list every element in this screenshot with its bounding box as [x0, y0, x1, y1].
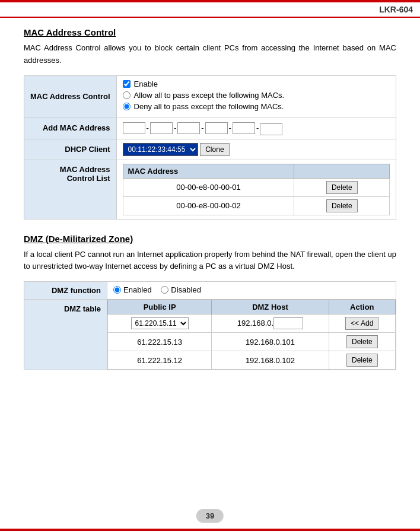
- dmz-table-value-cell: Public IP DMZ Host Action 61.220.15.11: [107, 300, 396, 370]
- table-row: 61.222.15.12 192.168.0.102 Delete: [108, 351, 396, 370]
- mac-sep-3: -: [201, 123, 203, 132]
- dmz-add-row: 61.220.15.11 192.168.0. << Add: [108, 314, 396, 333]
- add-mac-value-cell: - - - - -: [116, 117, 396, 139]
- dhcp-label-cell: DHCP Client: [24, 139, 117, 160]
- dmz-host-input[interactable]: [273, 317, 303, 329]
- mac-action-header: [294, 164, 390, 178]
- table-row: 61.222.15.13 192.168.0.101 Delete: [108, 333, 396, 351]
- mac-section-title: MAC Address Control: [24, 27, 396, 37]
- enable-checkbox[interactable]: [123, 80, 131, 88]
- dmz-host-cell: 192.168.0.102: [212, 351, 329, 370]
- dhcp-value-cell: 00:11:22:33:44:55 Clone: [116, 139, 396, 160]
- add-button[interactable]: << Add: [345, 317, 378, 330]
- dmz-function-label: DMZ function: [52, 286, 101, 295]
- allow-row: Allow all to pass except the following M…: [123, 91, 390, 100]
- mac-list-label: MAC AddressControl List: [60, 165, 110, 183]
- mac-field-2[interactable]: [150, 122, 173, 134]
- allow-radio[interactable]: [123, 91, 131, 99]
- action-col-header: Action: [329, 300, 395, 314]
- delete-button[interactable]: Delete: [326, 199, 358, 212]
- dmz-table-label: DMZ table: [64, 304, 101, 313]
- mac-field-3[interactable]: [177, 122, 200, 134]
- dmz-section-desc: If a local client PC cannot run an Inter…: [24, 249, 396, 274]
- public-ip-col-header: Public IP: [108, 300, 212, 314]
- dmz-control-table: DMZ function Enabled Disabled DMZ table: [24, 281, 396, 370]
- deny-row: Deny all to pass except the following MA…: [123, 102, 390, 111]
- delete-cell: Delete: [329, 333, 395, 351]
- dmz-function-value-cell: Enabled Disabled: [107, 282, 396, 300]
- mac-field-4[interactable]: [205, 122, 228, 134]
- delete-cell: Delete: [294, 178, 390, 196]
- mac-section-desc: MAC Address Control allows you to block …: [24, 42, 396, 67]
- delete-cell: Delete: [294, 196, 390, 215]
- dmz-host-input-cell: 192.168.0.: [212, 314, 329, 333]
- dmz-enabled-label: Enabled: [123, 285, 152, 294]
- dmz-section: DMZ (De-Militarized Zone) If a local cli…: [24, 234, 396, 371]
- page-number: 39: [196, 509, 224, 523]
- mac-control-table: MAC Address Control Enable Allow all to …: [24, 75, 396, 220]
- delete-button[interactable]: Delete: [346, 354, 378, 367]
- allow-label: Allow all to pass except the following M…: [134, 91, 285, 100]
- public-ip-select[interactable]: 61.220.15.11: [131, 317, 189, 329]
- dmz-host-prefix: 192.168.0.: [237, 319, 273, 327]
- mac-field-1[interactable]: [123, 122, 145, 134]
- delete-cell: Delete: [329, 351, 395, 370]
- public-ip-cell: 61.222.15.12: [108, 351, 212, 370]
- mac-input-group: - - - - -: [123, 121, 390, 135]
- enable-label: Enable: [134, 80, 158, 88]
- dmz-host-cell: 192.168.0.101: [212, 333, 329, 351]
- mac-sep-2: -: [174, 123, 176, 132]
- dhcp-label: DHCP Client: [65, 145, 110, 154]
- dmz-disabled-label: Disabled: [171, 285, 201, 294]
- deny-radio[interactable]: [123, 103, 131, 110]
- mac-sep-4: -: [229, 123, 231, 132]
- add-mac-label: Add MAC Address: [43, 123, 110, 132]
- dmz-table-body: 61.222.15.13 192.168.0.101 Delete 61.222…: [108, 333, 396, 370]
- delete-button[interactable]: Delete: [346, 335, 378, 348]
- mac-field-6[interactable]: [260, 123, 282, 135]
- bottom-red-bar: [0, 529, 420, 531]
- delete-button[interactable]: Delete: [326, 181, 358, 194]
- main-content: MAC Address Control MAC Address Control …: [0, 18, 420, 394]
- mac-col-header: MAC Address: [123, 164, 294, 178]
- public-ip-cell: 61.222.15.13: [108, 333, 212, 351]
- mac-control-label: MAC Address Control: [30, 92, 110, 101]
- dmz-host-col-header: DMZ Host: [212, 300, 329, 314]
- dmz-table-label-cell: DMZ table: [24, 300, 107, 370]
- table-row: 00-00-e8-00-00-02 Delete: [123, 196, 389, 215]
- dmz-disabled-radio[interactable]: [161, 286, 168, 294]
- mac-list-value-cell: MAC Address 00-00-e8-00-00-01 Delete 00-…: [116, 160, 396, 219]
- dmz-list-table: Public IP DMZ Host Action 61.220.15.11: [107, 300, 396, 370]
- mac-address-cell: 00-00-e8-00-00-01: [123, 178, 294, 196]
- mac-address-list-table: MAC Address 00-00-e8-00-00-01 Delete 00-…: [123, 164, 390, 215]
- mac-control-label-cell: MAC Address Control: [24, 75, 117, 117]
- page-title: LKR-604: [379, 5, 413, 14]
- mac-field-5[interactable]: [233, 122, 255, 134]
- deny-label: Deny all to pass except the following MA…: [134, 102, 284, 111]
- dmz-section-title: DMZ (De-Militarized Zone): [24, 234, 396, 244]
- clone-button[interactable]: Clone: [200, 143, 229, 156]
- mac-section: MAC Address Control MAC Address Control …: [24, 27, 396, 220]
- title-bar: LKR-604: [0, 2, 420, 18]
- table-row: 61.220.15.11 192.168.0. << Add: [108, 314, 396, 333]
- enable-row: Enable: [123, 80, 390, 88]
- mac-list-label-cell: MAC AddressControl List: [24, 160, 117, 219]
- mac-sep-5: -: [256, 123, 259, 132]
- public-ip-cell: 61.220.15.11: [108, 314, 212, 333]
- add-btn-cell: << Add: [329, 314, 395, 333]
- mac-table-body: 00-00-e8-00-00-01 Delete 00-00-e8-00-00-…: [123, 178, 389, 215]
- table-row: 00-00-e8-00-00-01 Delete: [123, 178, 389, 196]
- add-mac-label-cell: Add MAC Address: [24, 117, 117, 139]
- dmz-enabled-radio[interactable]: [113, 286, 121, 294]
- dhcp-select[interactable]: 00:11:22:33:44:55: [123, 143, 198, 156]
- dmz-function-label-cell: DMZ function: [24, 282, 107, 300]
- mac-address-cell: 00-00-e8-00-00-02: [123, 196, 294, 215]
- mac-sep-1: -: [147, 123, 149, 132]
- mac-control-value-cell: Enable Allow all to pass except the foll…: [116, 75, 396, 117]
